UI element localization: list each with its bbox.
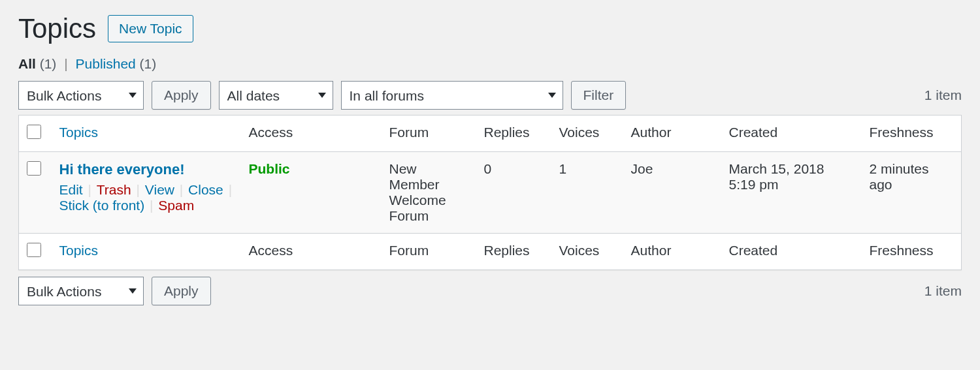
action-edit[interactable]: Edit [59, 182, 83, 197]
select-all-checkbox-top[interactable] [27, 125, 41, 139]
column-footer-replies: Replies [476, 234, 551, 270]
apply-button-top[interactable]: Apply [152, 81, 211, 110]
column-header-topics[interactable]: Topics [52, 116, 241, 152]
status-filter-links: All (1) | Published (1) [18, 56, 962, 72]
select-all-checkbox-bottom[interactable] [27, 243, 41, 257]
column-footer-created: Created [721, 234, 862, 270]
column-header-forum: Forum [382, 116, 476, 152]
column-header-author: Author [623, 116, 721, 152]
select-all-header [19, 116, 52, 152]
filter-all-count: (1) [40, 56, 57, 71]
tablenav-top: Bulk Actions Apply All dates In all foru… [18, 81, 962, 110]
row-title-cell: Hi there everyone! Edit | Trash | View |… [52, 152, 241, 234]
filter-separator: | [60, 56, 71, 71]
item-count-top: 1 item [924, 87, 962, 103]
bulk-actions-select-top[interactable]: Bulk Actions [18, 81, 144, 110]
column-header-voices: Voices [551, 116, 623, 152]
page-title: Topics [18, 13, 96, 44]
date-filter-select[interactable]: All dates [219, 81, 333, 110]
column-header-freshness: Freshness [862, 116, 962, 152]
forum-filter-select[interactable]: In all forums [341, 81, 563, 110]
row-select-checkbox[interactable] [27, 161, 41, 176]
filter-all[interactable]: All (1) [18, 56, 60, 71]
select-all-footer [19, 234, 52, 270]
filter-published[interactable]: Published (1) [76, 56, 157, 71]
tablenav-bottom: Bulk Actions Apply 1 item [18, 277, 962, 305]
column-footer-forum: Forum [382, 234, 476, 270]
column-footer-voices: Voices [551, 234, 623, 270]
bulk-actions-select-bottom[interactable]: Bulk Actions [18, 277, 144, 305]
row-author-cell: Joe [623, 152, 721, 234]
row-access-cell: Public [241, 152, 382, 234]
action-trash[interactable]: Trash [97, 182, 131, 197]
tablenav-top-actions: Bulk Actions Apply All dates In all foru… [18, 81, 626, 110]
filter-all-label: All [18, 56, 36, 71]
item-count-bottom: 1 item [924, 283, 962, 299]
action-stick[interactable]: Stick (to front) [59, 198, 145, 213]
topics-table: Topics Access Forum Replies Voices Autho… [18, 115, 962, 270]
access-badge: Public [249, 161, 290, 176]
apply-button-bottom[interactable]: Apply [152, 277, 211, 305]
action-close[interactable]: Close [188, 182, 223, 197]
row-replies-cell: 0 [476, 152, 551, 234]
heading-row: Topics New Topic [18, 13, 962, 44]
column-footer-access: Access [241, 234, 382, 270]
filter-published-label: Published [76, 56, 136, 71]
row-freshness-cell: 2 minutes ago [862, 152, 962, 234]
topics-admin-page: Topics New Topic All (1) | Published (1)… [0, 0, 980, 324]
new-topic-button[interactable]: New Topic [108, 15, 193, 42]
table-footer-row: Topics Access Forum Replies Voices Autho… [19, 234, 962, 270]
column-header-created: Created [721, 116, 862, 152]
filter-button[interactable]: Filter [571, 81, 627, 110]
column-footer-freshness: Freshness [862, 234, 962, 270]
column-header-replies: Replies [476, 116, 551, 152]
action-view[interactable]: View [145, 182, 174, 197]
column-footer-topics[interactable]: Topics [52, 234, 241, 270]
table-header-row: Topics Access Forum Replies Voices Autho… [19, 116, 962, 152]
column-footer-topics-link[interactable]: Topics [59, 243, 99, 258]
topic-title-link[interactable]: Hi there everyone! [59, 161, 185, 177]
column-footer-author: Author [623, 234, 721, 270]
tablenav-bottom-actions: Bulk Actions Apply [18, 277, 211, 305]
row-select-cell [19, 152, 52, 234]
column-header-topics-link[interactable]: Topics [59, 125, 99, 140]
row-actions: Edit | Trash | View | Close | Stick (to … [59, 182, 233, 213]
action-spam[interactable]: Spam [158, 198, 194, 213]
row-created-cell: March 15, 2018 5:19 pm [721, 152, 862, 234]
row-forum-cell: New Member Welcome Forum [382, 152, 476, 234]
column-header-access: Access [241, 116, 382, 152]
row-voices-cell: 1 [551, 152, 623, 234]
filter-published-count: (1) [140, 56, 157, 71]
table-row: Hi there everyone! Edit | Trash | View |… [19, 152, 962, 234]
